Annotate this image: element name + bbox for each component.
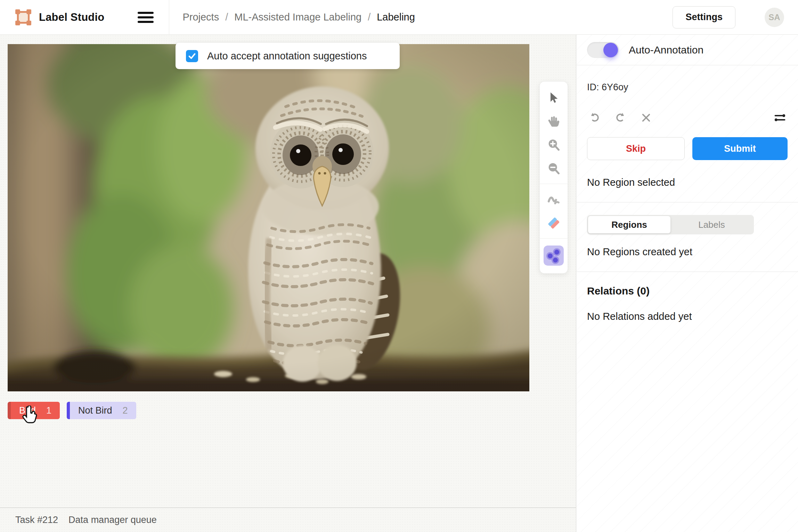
annotation-sidebar: Auto-Annotation ID: 6Y6oy bbox=[577, 35, 798, 532]
label-name: Bird bbox=[19, 405, 36, 416]
hamburger-menu-icon[interactable] bbox=[138, 12, 154, 23]
toggle-knob bbox=[603, 43, 618, 57]
eraser-tool-button[interactable] bbox=[545, 215, 562, 231]
auto-annotation-label: Auto-Annotation bbox=[629, 44, 703, 56]
zoom-out-icon bbox=[547, 162, 560, 175]
redo-icon bbox=[614, 112, 626, 124]
breadcrumb-separator: / bbox=[368, 11, 370, 23]
view-settings-button[interactable] bbox=[774, 111, 786, 124]
relations-heading: Relations (0) bbox=[587, 285, 788, 297]
toolbar-divider bbox=[540, 184, 568, 184]
zoom-in-tool-button[interactable] bbox=[545, 136, 562, 153]
regions-labels-tabs: Regions Labels bbox=[587, 215, 754, 234]
auto-annotation-toggle[interactable] bbox=[587, 42, 619, 58]
label-buttons-row: Bird 1 Not Bird 2 bbox=[8, 402, 136, 419]
tool-palette bbox=[539, 81, 568, 274]
redo-button[interactable] bbox=[614, 111, 627, 124]
breadcrumb-projects[interactable]: Projects bbox=[182, 11, 219, 23]
label-hotkey: 2 bbox=[123, 405, 128, 416]
close-icon bbox=[641, 112, 652, 123]
label-studio-logo-icon bbox=[15, 9, 32, 26]
settings-button[interactable]: Settings bbox=[673, 6, 735, 28]
region-status: No Region selected bbox=[587, 177, 788, 188]
annotation-id: ID: 6Y6oy bbox=[587, 82, 788, 93]
breadcrumb: Projects / ML-Assisted Image Labeling / … bbox=[182, 11, 415, 23]
tab-regions[interactable]: Regions bbox=[588, 216, 670, 233]
hand-icon bbox=[547, 115, 560, 128]
pan-tool-button[interactable] bbox=[545, 113, 562, 130]
regions-empty-message: No Regions created yet bbox=[587, 246, 788, 258]
sidebar-divider bbox=[577, 272, 798, 272]
zoom-out-tool-button[interactable] bbox=[545, 160, 562, 177]
queue-name: Data manager queue bbox=[68, 515, 157, 525]
header-divider bbox=[169, 0, 169, 34]
breadcrumb-project[interactable]: ML-Assisted Image Labeling bbox=[234, 11, 361, 23]
auto-accept-tooltip: Auto accept annotation suggestions bbox=[176, 43, 400, 69]
user-avatar[interactable]: SA bbox=[765, 8, 784, 27]
sidebar-divider bbox=[577, 202, 798, 202]
brush-tool-button[interactable] bbox=[545, 191, 562, 208]
app-header: Label Studio Projects / ML-Assisted Imag… bbox=[0, 0, 798, 35]
owl-photo bbox=[8, 44, 529, 391]
auto-accept-label: Auto accept annotation suggestions bbox=[207, 50, 367, 62]
auto-annotation-row: Auto-Annotation bbox=[577, 35, 798, 65]
pointer-icon bbox=[547, 91, 560, 104]
checkmark-icon bbox=[187, 51, 197, 61]
label-name: Not Bird bbox=[78, 405, 112, 416]
task-footer: Task #212 Data manager queue bbox=[0, 507, 576, 532]
skip-button[interactable]: Skip bbox=[587, 137, 685, 160]
toolbar-divider bbox=[540, 238, 568, 239]
label-button-bird[interactable]: Bird 1 bbox=[8, 402, 60, 419]
magic-wand-icon bbox=[544, 246, 564, 266]
task-image[interactable] bbox=[8, 44, 529, 391]
reset-button[interactable] bbox=[640, 111, 652, 124]
breadcrumb-separator: / bbox=[225, 11, 228, 23]
label-button-not-bird[interactable]: Not Bird 2 bbox=[67, 402, 136, 419]
magic-wand-tool-button[interactable] bbox=[544, 246, 564, 266]
sliders-icon bbox=[774, 111, 786, 124]
task-number: Task #212 bbox=[15, 515, 58, 525]
zoom-in-icon bbox=[547, 138, 560, 151]
submit-button[interactable]: Submit bbox=[692, 137, 788, 160]
app-logo[interactable]: Label Studio bbox=[0, 9, 104, 26]
app-name: Label Studio bbox=[39, 11, 104, 24]
auto-accept-checkbox[interactable] bbox=[186, 50, 198, 62]
undo-icon bbox=[589, 112, 601, 124]
decision-buttons: Skip Submit bbox=[587, 137, 788, 160]
brush-icon bbox=[547, 192, 561, 206]
annotation-actions-row bbox=[588, 111, 786, 124]
labeling-workspace: Auto accept annotation suggestions bbox=[0, 35, 576, 532]
eraser-icon bbox=[546, 216, 561, 230]
breadcrumb-current-page: Labeling bbox=[377, 11, 415, 23]
pointer-tool-button[interactable] bbox=[545, 89, 562, 106]
relations-empty-message: No Relations added yet bbox=[587, 311, 788, 322]
undo-button[interactable] bbox=[588, 111, 601, 124]
tab-labels[interactable]: Labels bbox=[670, 216, 753, 233]
label-hotkey: 1 bbox=[46, 405, 51, 416]
